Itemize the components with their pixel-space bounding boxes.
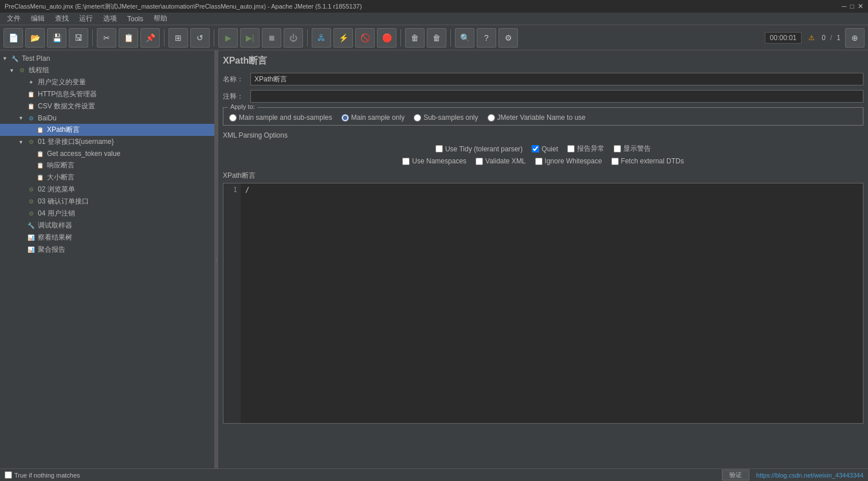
menu-options[interactable]: 选项 (99, 13, 121, 25)
check-use-namespaces[interactable]: Use Namespaces (402, 157, 466, 165)
title-bar-controls[interactable]: ─ □ ✕ (842, 2, 863, 10)
radio-main-only-label: Main sample only (351, 114, 404, 122)
radio-main-sub-input[interactable] (229, 114, 237, 122)
expand-button[interactable]: ⊞ (168, 28, 188, 48)
remote-start-all-button[interactable]: ⚡ (333, 28, 353, 48)
check-fetch-dtds[interactable]: Fetch external DTDs (611, 157, 684, 165)
stop-button[interactable]: ⏹ (262, 28, 281, 48)
user-vars-icon: ✦ (26, 78, 36, 87)
true-if-nothing-matches[interactable]: True if nothing matches (5, 471, 80, 479)
radio-main-sub[interactable]: Main sample and sub-samples (229, 114, 332, 122)
check-show-warning-input[interactable] (614, 145, 621, 152)
tree-item-login-sampler[interactable]: ▼ ⚙ 01 登录接口${username} (0, 136, 214, 148)
clear-button[interactable]: 🗑 (405, 28, 425, 48)
size-assertion-icon: 📋 (36, 173, 45, 182)
remote-panel-button[interactable]: ⊕ (845, 28, 865, 48)
minimize-button[interactable]: ─ (842, 2, 847, 10)
check-ignore-whitespace-input[interactable] (535, 158, 543, 165)
check-quiet-input[interactable] (532, 145, 539, 152)
check-ignore-whitespace[interactable]: Ignore Whitespace (535, 157, 602, 165)
menu-edit[interactable]: 编辑 (26, 13, 49, 25)
check-validate-xml[interactable]: Validate XML (476, 157, 525, 165)
cut-button[interactable]: ✂ (97, 28, 116, 48)
name-input[interactable] (250, 73, 863, 85)
tree-item-get-token[interactable]: ▶ 📋 Get access_token value (0, 148, 214, 159)
save-button[interactable]: 💾 (47, 28, 66, 48)
save-as-button[interactable]: 🖫 (69, 28, 88, 48)
apply-to-radio-group: Main sample and sub-samples Main sample … (229, 111, 857, 122)
copy-button[interactable]: 📋 (119, 28, 138, 48)
xpath-textarea[interactable]: / (241, 183, 863, 423)
tree-item-csv-data[interactable]: ▶ 📋 CSV 数据文件设置 (0, 100, 214, 112)
true-if-nothing-checkbox[interactable] (5, 471, 12, 479)
tree-item-test-plan[interactable]: ▼ 🔧 Test Plan (0, 53, 214, 64)
check-fetch-dtds-input[interactable] (611, 158, 619, 165)
title-bar: PreClassMenu_auto.jmx (E:\jmetert测试\JMet… (0, 0, 868, 13)
settings-button[interactable]: ⚙ (498, 28, 518, 48)
left-panel: ▼ 🔧 Test Plan ▼ ⚙ 线程组 ▶ ✦ 用户定义的变量 ▶ 📋 HT… (0, 50, 215, 468)
check-use-namespaces-input[interactable] (402, 158, 410, 165)
error-count: 1 (836, 34, 840, 42)
tree-item-http-header[interactable]: ▶ 📋 HTTP信息头管理器 (0, 88, 214, 100)
radio-sub-only-input[interactable] (414, 114, 421, 122)
tree-item-xpath-assertion[interactable]: ▶ 📋 XPath断言 (0, 124, 214, 136)
remote-start-button[interactable]: 🖧 (312, 28, 331, 48)
tree-item-size-assertion[interactable]: ▶ 📋 大小断言 (0, 171, 214, 183)
check-validate-xml-input[interactable] (476, 158, 483, 165)
check-quiet[interactable]: Quiet (532, 145, 558, 153)
collapse-button[interactable]: ↺ (190, 28, 210, 48)
expand-icon-test-plan: ▼ (2, 56, 8, 61)
remote-stop-button[interactable]: 🚫 (355, 28, 375, 48)
menu-run[interactable]: 运行 (74, 13, 97, 25)
radio-sub-only[interactable]: Sub-samples only (414, 114, 478, 122)
shutdown-button[interactable]: ⏻ (284, 28, 303, 48)
main-layout: ▼ 🔧 Test Plan ▼ ⚙ 线程组 ▶ ✦ 用户定义的变量 ▶ 📋 HT… (0, 50, 868, 468)
tree-item-view-results[interactable]: ▶ 📊 察看结果树 (0, 232, 214, 244)
verify-button[interactable]: 验证 (722, 470, 749, 480)
tree-label-http-header: HTTP信息头管理器 (38, 89, 97, 99)
tree-item-browse-menu[interactable]: ▶ ⚙ 02 浏览菜单 (0, 183, 214, 195)
start-button[interactable]: ▶ (218, 28, 238, 48)
tree-item-baidu[interactable]: ▼ ⚙ BaiDu (0, 112, 214, 124)
browse-menu-icon: ⚙ (26, 185, 36, 194)
clear-all-button[interactable]: 🗑 (427, 28, 446, 48)
paste-button[interactable]: 📌 (140, 28, 160, 48)
menu-find[interactable]: 查找 (50, 13, 73, 25)
comment-input[interactable] (250, 90, 863, 103)
apply-to-legend: Apply to: (228, 103, 257, 110)
login-sampler-icon: ⚙ (26, 138, 36, 147)
tree-item-response-assertion[interactable]: ▶ 📋 响应断言 (0, 159, 214, 171)
radio-jmeter-var-input[interactable] (488, 114, 495, 122)
check-report-error[interactable]: 报告异常 (567, 144, 604, 154)
radio-jmeter-var[interactable]: JMeter Variable Name to use (488, 114, 586, 122)
tree-item-aggregate-report[interactable]: ▶ 📊 聚合报告 (0, 244, 214, 256)
tree-item-cancel-user[interactable]: ▶ ⚙ 04 用户注销 (0, 208, 214, 220)
tree-item-thread-group[interactable]: ▼ ⚙ 线程组 (0, 64, 214, 76)
expand-icon-thread-group: ▼ (9, 68, 15, 73)
remote-stop-all-button[interactable]: 🛑 (377, 28, 396, 48)
close-button[interactable]: ✕ (858, 2, 863, 10)
open-button[interactable]: 📂 (25, 28, 45, 48)
maximize-button[interactable]: □ (850, 2, 854, 10)
new-button[interactable]: 📄 (3, 28, 23, 48)
start-no-pause-button[interactable]: ▶| (240, 28, 260, 48)
xpath-assertion-icon: 📋 (36, 126, 45, 135)
help-button[interactable]: ? (477, 28, 496, 48)
tree-item-user-vars[interactable]: ▶ ✦ 用户定义的变量 (0, 76, 214, 88)
get-token-icon: 📋 (36, 149, 45, 158)
menu-tools[interactable]: Tools (123, 14, 148, 24)
menu-file[interactable]: 文件 (2, 13, 25, 25)
tree-item-confirm-order[interactable]: ▶ ⚙ 03 确认订单接口 (0, 195, 214, 208)
tree-item-debug-sampler[interactable]: ▶ 🔧 调试取样器 (0, 220, 214, 232)
check-use-tidy-input[interactable] (435, 145, 443, 152)
check-use-tidy[interactable]: Use Tidy (tolerant parser) (435, 145, 523, 153)
check-show-warning[interactable]: 显示警告 (614, 144, 651, 154)
search-button[interactable]: 🔍 (455, 28, 474, 48)
tree-label-login-sampler: 01 登录接口${username} (38, 137, 114, 147)
baidu-icon: ⚙ (26, 114, 36, 123)
menu-help[interactable]: 帮助 (149, 13, 172, 25)
radio-main-only[interactable]: Main sample only (341, 114, 404, 122)
check-report-error-input[interactable] (567, 145, 575, 152)
radio-main-only-input[interactable] (341, 114, 349, 122)
tree-label-get-token: Get access_token value (47, 150, 120, 158)
